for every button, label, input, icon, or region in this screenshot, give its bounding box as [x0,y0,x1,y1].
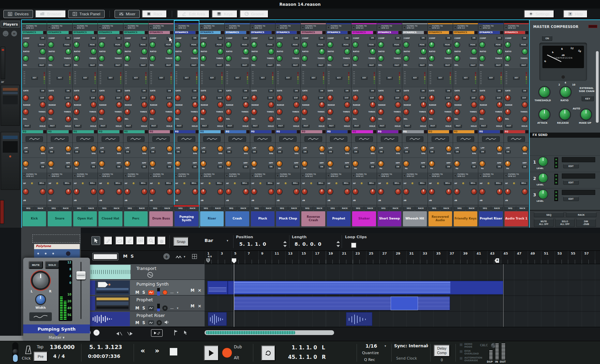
filters-to-dyn-sc-toggle[interactable]: FILTERS TODYN S/C [402,172,427,179]
filters-to-dyn-checkbox[interactable] [150,175,152,177]
hpf-freq-knob[interactable] [378,161,384,166]
gate-hold-knob[interactable] [218,117,223,122]
filters-to-dyn-checkbox[interactable] [454,175,456,177]
gate-fast-button[interactable]: FAST [48,124,56,128]
lpf-freq-knob[interactable] [40,146,45,151]
mute-tool-button[interactable]: M [136,236,145,245]
hpf-freq-knob[interactable] [150,161,155,166]
eq-curve-button[interactable] [127,136,145,142]
channel-rack-button[interactable]: RACK [491,207,503,211]
eq-curve-button[interactable] [254,136,271,142]
channel-rack-button[interactable]: RACK [136,207,148,211]
track-row-transport[interactable]: Transport [81,264,205,280]
channel-rack-button[interactable]: RACK [440,207,452,211]
lpf-freq-knob[interactable] [117,146,122,151]
eq-hf-bell-button[interactable]: BELL [190,182,198,185]
comp-on-button[interactable]: ON [40,36,45,40]
quantize-value-dropdown[interactable]: 1/16 [365,343,377,349]
filters-to-dyn-checkbox[interactable] [175,26,177,29]
comp-threshold-knob[interactable] [125,56,130,61]
mixer-channel-strip[interactable]: FILTERS TODYN S/CDYNAMICSCOMPONPEAKRATIO… [73,20,98,228]
hpf-on-button[interactable]: ON [268,165,274,168]
track-device-thumbnail[interactable] [95,280,130,295]
mixer-channel-strip[interactable]: FILTERS TODYN S/CDYNAMICSCOMPONPEAKRATIO… [199,20,225,228]
comp-ratio-knob[interactable] [421,49,426,54]
gate-range-knob[interactable] [23,95,28,101]
track-row-prophet[interactable]: Prophet M S — ▾ M × [81,295,205,311]
comp-threshold-knob[interactable] [277,56,282,61]
gate-threshold-knob[interactable] [167,102,172,107]
rewind-button[interactable]: « [140,347,145,355]
hand-tool-button[interactable] [157,236,166,245]
filters-to-dyn-checkbox[interactable] [276,26,279,29]
comp-ratio-knob[interactable] [243,49,249,54]
lpf-on-button[interactable]: ON [454,150,460,153]
filters-to-dyn-sc-toggle[interactable]: FILTERS TODYN S/C [47,172,72,179]
gate-on-button[interactable]: ON [471,89,477,92]
filters-to-dyn-sc-toggle[interactable]: FILTERS TODYN S/C [428,172,453,179]
gate-on-button[interactable]: ON [192,89,197,92]
filters-to-dyn-sc-toggle[interactable]: FILTERS TODYN S/C [47,24,72,30]
gate-range-knob[interactable] [353,95,358,101]
gate-exp-button[interactable]: EXP [420,96,426,100]
lpf-on-button[interactable]: ON [429,150,435,153]
record-button[interactable] [222,348,232,358]
mixer-channel-strip[interactable]: FILTERS TODYN S/CDYNAMICSCOMPONPEAKRATIO… [453,20,478,228]
time-signature-value[interactable]: 4 / 4 [53,353,65,359]
hpf-on-button[interactable]: ON [395,165,401,168]
eq-hf-bell-button[interactable]: BELL [393,182,401,185]
gate-on-button[interactable]: ON [141,89,147,92]
comp-ratio-knob[interactable] [40,49,45,54]
fx-send-edit-button[interactable]: EDIT [563,197,579,201]
gate-range-knob[interactable] [505,95,510,101]
channel-seq-button[interactable]: SEQ [48,207,59,211]
comp-threshold-knob[interactable] [302,56,307,61]
lpf-on-button[interactable]: ON [277,150,282,153]
eq-curve-button[interactable] [330,136,347,142]
hpf-freq-knob[interactable] [23,161,28,166]
mute-all-off-button[interactable]: MUTEALL OFF [534,219,554,227]
gate-exp-button[interactable]: EXP [394,96,401,100]
comp-fast-button[interactable]: FAST [89,63,96,67]
mixer-channel-strip[interactable]: FILTERS TODYN S/CDYNAMICSCOMPONPEAKRATIO… [326,20,351,228]
fx-send-edit-button[interactable]: EDIT [563,164,579,168]
chevron-down-icon[interactable]: ▾ [177,291,179,294]
filters-to-dyn-sc-toggle[interactable]: FILTERS TODYN S/C [149,172,174,179]
gate-hold-knob[interactable] [243,117,249,122]
hpf-on-button[interactable]: ON [471,165,477,168]
gate-on-button[interactable]: ON [344,89,350,92]
comp-input-knob[interactable] [226,42,231,47]
device-thumbnail[interactable] [0,200,4,224]
gate-hold-knob[interactable] [319,117,325,122]
quantize-label[interactable]: Quantize [362,351,379,355]
lpf-on-button[interactable]: ON [175,150,181,153]
hpf-freq-knob[interactable] [252,161,257,166]
gate-threshold-knob[interactable] [142,102,147,107]
filters-to-dyn-sc-toggle[interactable]: FILTERS TODYN S/C [428,24,453,30]
channel-name[interactable]: Friendly Keys [454,211,477,227]
hpf-on-button[interactable]: ON [370,165,375,168]
hpf-on-button[interactable]: ON [319,165,324,168]
gate-range-knob[interactable] [404,95,409,101]
gate-hold-knob[interactable] [370,117,375,122]
filters-to-dyn-checkbox[interactable] [505,175,507,177]
channel-seq-button[interactable]: SEQ [378,207,389,211]
gate-threshold-knob[interactable] [345,102,350,107]
track-mute-2-button[interactable]: M [191,288,194,293]
gate-fast-button[interactable]: FAST [125,124,132,128]
mixer-channel-strip[interactable]: FILTERS TODYN S/CDYNAMICSCOMPONPEAKRATIO… [250,20,275,228]
lpf-on-button[interactable]: ON [353,150,358,153]
dyn-key-button[interactable]: KEY [209,76,215,80]
gate-rel-knob[interactable] [328,109,333,115]
eq-hf-bell-button[interactable]: BELL [165,182,172,185]
strip-output-selector[interactable]: Master ▾ [23,335,90,340]
channel-rack-button[interactable]: RACK [314,207,325,211]
fx-send-level-knob[interactable] [539,157,548,166]
filters-to-dyn-sc-toggle[interactable]: FILTERS TODYN S/C [377,24,402,30]
comp-ratio-knob[interactable] [167,49,172,54]
gate-threshold-knob[interactable] [497,102,502,107]
dyn-key-button[interactable]: KEY [361,76,368,80]
comp-fast-button[interactable]: FAST [216,63,223,67]
eq-hf-freq-knob[interactable] [395,189,401,194]
lpf-freq-knob[interactable] [319,146,325,151]
